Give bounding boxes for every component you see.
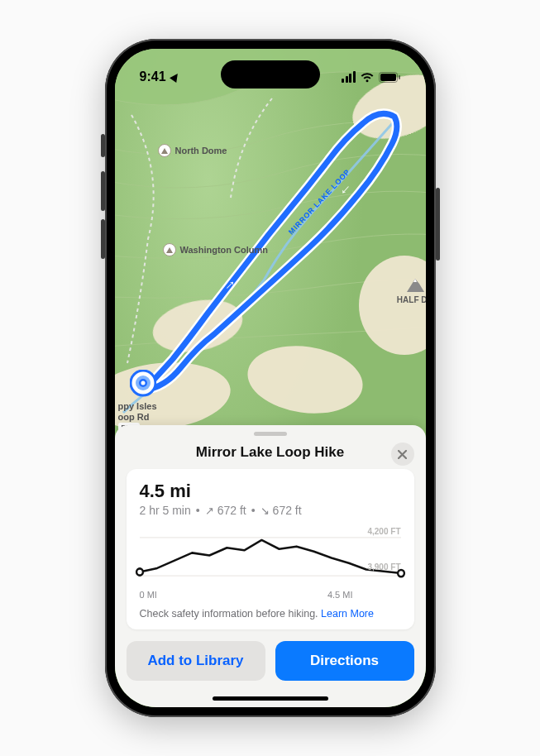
duration-value: 2 hr 5 min — [140, 504, 191, 517]
wifi-icon — [360, 72, 375, 83]
ascent-value: 672 ft — [217, 504, 246, 517]
svg-point-12 — [141, 381, 145, 385]
elev-top-label: 4,200 FT — [367, 527, 400, 536]
poi-half-dome-icon[interactable] — [404, 272, 426, 295]
poi-label: Washington Column — [180, 245, 269, 255]
close-button[interactable] — [391, 443, 414, 466]
road-name-line2: oop Rd — [118, 412, 150, 422]
elevation-chart: 4,200 FT 3,900 FT — [140, 527, 401, 586]
action-buttons: Add to Library Directions — [127, 641, 414, 681]
safety-row: Check safety information before hiking. … — [140, 608, 401, 620]
cellular-icon — [342, 71, 356, 83]
info-card: 4.5 mi 2 hr 5 min • ↗ 672 ft • ↘ 672 ft — [127, 469, 414, 629]
home-indicator[interactable] — [213, 696, 328, 701]
svg-point-15 — [136, 568, 143, 575]
power-button — [436, 188, 440, 261]
sheet-grabber[interactable] — [254, 432, 287, 436]
add-to-library-button[interactable]: Add to Library — [127, 641, 265, 681]
stats-row: 2 hr 5 min • ↗ 672 ft • ↘ 672 ft — [140, 504, 401, 517]
mountain-icon — [163, 243, 176, 256]
poi-label: North Dome — [175, 146, 227, 156]
descent-icon: ↘ — [260, 505, 270, 517]
x-end-label: 4.5 MI — [327, 590, 353, 600]
x-start-label: 0 MI — [140, 590, 157, 600]
details-sheet[interactable]: Mirror Lake Loop Hike 4.5 mi 2 hr 5 min … — [115, 425, 426, 707]
volume-down-button — [101, 219, 105, 259]
sheet-title: Mirror Lake Loop Hike — [196, 444, 344, 461]
svg-rect-1 — [380, 74, 396, 81]
poi-half-dome-label: HALF D — [397, 295, 426, 304]
volume-up-button — [101, 171, 105, 211]
elev-bottom-label: 3,900 FT — [367, 562, 400, 572]
poi-north-dome[interactable]: North Dome — [158, 144, 227, 157]
iphone-frame: 9:41 — [105, 39, 436, 717]
descent-value: 672 ft — [273, 504, 302, 517]
screen: 9:41 — [115, 49, 426, 707]
safety-text: Check safety information before hiking. — [140, 608, 322, 620]
location-arrow-icon — [170, 71, 181, 83]
dynamic-island — [221, 60, 320, 89]
status-time: 9:41 — [140, 69, 166, 84]
directions-button[interactable]: Directions — [275, 641, 414, 681]
silence-switch — [101, 134, 105, 157]
mountain-icon — [158, 144, 171, 157]
battery-icon — [379, 72, 401, 83]
svg-rect-2 — [399, 75, 400, 79]
close-icon — [398, 450, 407, 459]
distance-value: 4.5 mi — [140, 481, 401, 502]
route-start-marker[interactable] — [130, 370, 156, 403]
ascent-icon: ↗ — [205, 505, 214, 517]
learn-more-link[interactable]: Learn More — [321, 608, 374, 620]
poi-washington-column[interactable]: Washington Column — [163, 243, 269, 256]
